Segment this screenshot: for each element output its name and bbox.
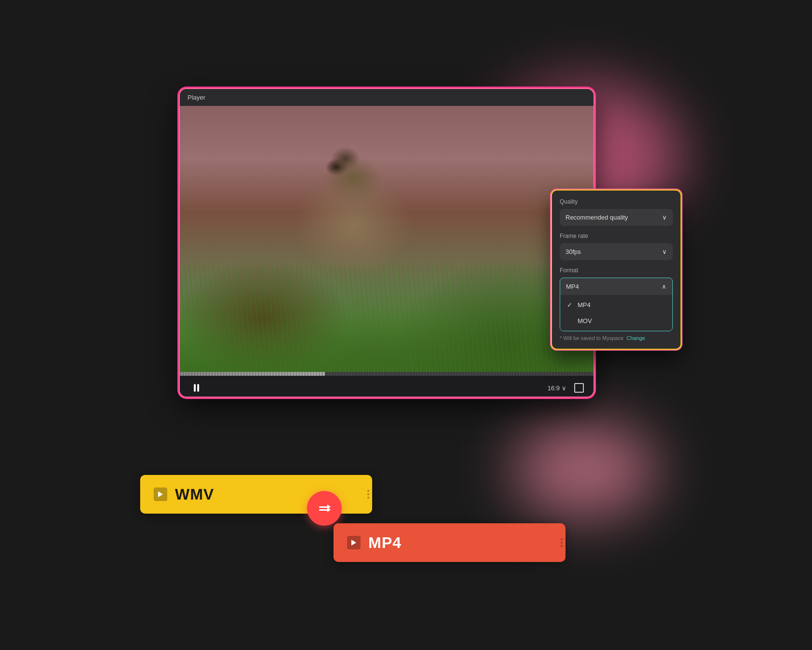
timeline-dots bbox=[180, 372, 594, 376]
video-frame bbox=[180, 106, 594, 372]
format-dropdown[interactable]: MP4 ∧ ✓ MP4 ✓ MOV bbox=[560, 278, 673, 331]
format-option-mp4-label: MP4 bbox=[578, 301, 591, 309]
mp4-drag-dot-1 bbox=[561, 538, 563, 540]
quality-chevron: ∨ bbox=[662, 214, 667, 221]
player-title: Player bbox=[188, 94, 205, 101]
mp4-drag-dot-3 bbox=[561, 545, 563, 547]
format-option-mov-label: MOV bbox=[578, 317, 592, 325]
settings-panel: Quality Recommended quality ∨ Frame rate… bbox=[551, 190, 682, 350]
drag-dot-3 bbox=[367, 497, 369, 499]
player-video-area bbox=[180, 106, 594, 372]
frame-rate-dropdown[interactable]: 30fps ∨ bbox=[560, 243, 673, 260]
quality-value: Recommended quality bbox=[566, 214, 628, 221]
pause-button[interactable] bbox=[189, 381, 203, 395]
frame-rate-chevron: ∨ bbox=[662, 248, 667, 255]
aspect-ratio-chevron: ∨ bbox=[562, 384, 566, 392]
pause-bar-2 bbox=[197, 384, 199, 392]
mp4-check-icon: ✓ bbox=[567, 301, 574, 309]
format-label: Format bbox=[560, 267, 673, 274]
format-chevron-up: ∧ bbox=[662, 283, 667, 290]
mp4-drag-dot-2 bbox=[561, 542, 563, 544]
mp4-drag-handle bbox=[561, 538, 563, 547]
glow-blob-2 bbox=[512, 422, 657, 518]
drag-dot-1 bbox=[367, 490, 369, 492]
mp4-badge: MP4 bbox=[334, 523, 566, 562]
player-timeline[interactable] bbox=[180, 372, 594, 376]
settings-footer-text: * Will be saved to Myspace bbox=[560, 335, 624, 341]
conversion-arrow bbox=[307, 491, 342, 526]
wmv-drag-handle bbox=[367, 490, 369, 499]
pause-bar-1 bbox=[194, 384, 196, 392]
format-dropdown-header[interactable]: MP4 ∧ bbox=[560, 278, 672, 295]
mp4-label: MP4 bbox=[368, 534, 402, 552]
frame-rate-label: Frame rate bbox=[560, 233, 673, 239]
wmv-play-icon bbox=[158, 491, 163, 497]
pause-icon bbox=[194, 384, 199, 392]
arrow-line-2 bbox=[319, 509, 330, 511]
fullscreen-button[interactable] bbox=[574, 383, 584, 393]
main-scene: Player 16:9 ∨ bbox=[140, 59, 672, 591]
format-options-list: ✓ MP4 ✓ MOV bbox=[560, 295, 672, 331]
aspect-ratio-button[interactable]: 16:9 ∨ bbox=[548, 384, 566, 392]
arrow-icon bbox=[319, 506, 330, 511]
format-selected-value: MP4 bbox=[566, 283, 579, 290]
format-option-mp4[interactable]: ✓ MP4 bbox=[560, 297, 672, 313]
quality-label: Quality bbox=[560, 198, 673, 205]
wmv-format-icon bbox=[154, 488, 167, 501]
settings-footer: * Will be saved to Myspace Change bbox=[560, 335, 673, 341]
mp4-play-icon bbox=[351, 540, 356, 546]
frame-rate-value: 30fps bbox=[566, 248, 581, 255]
drag-dot-2 bbox=[367, 493, 369, 495]
player-title-bar: Player bbox=[180, 89, 594, 106]
quality-dropdown[interactable]: Recommended quality ∨ bbox=[560, 209, 673, 226]
player-window: Player 16:9 ∨ bbox=[179, 88, 594, 398]
mp4-format-icon bbox=[347, 536, 361, 549]
wmv-label: WMV bbox=[175, 486, 214, 503]
format-option-mov[interactable]: ✓ MOV bbox=[560, 313, 672, 329]
settings-change-link[interactable]: Change bbox=[626, 335, 645, 341]
player-controls: 16:9 ∨ bbox=[180, 376, 594, 398]
aspect-ratio-label: 16:9 bbox=[548, 384, 560, 392]
grass-overlay bbox=[180, 266, 594, 372]
